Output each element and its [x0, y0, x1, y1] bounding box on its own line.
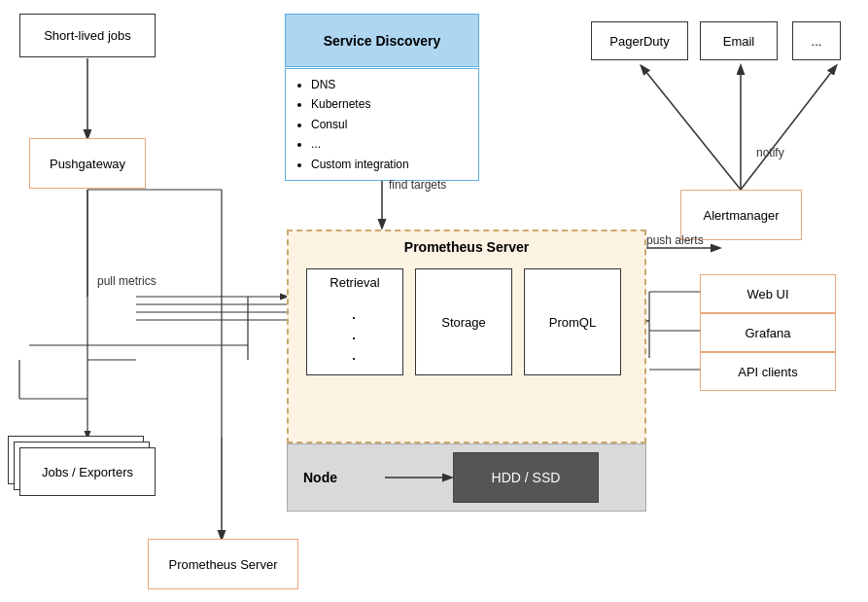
email-box: Email [700, 21, 778, 60]
find-targets-label: find targets [389, 178, 446, 192]
architecture-diagram: Short-lived jobs Pushgateway Jobs / Expo… [0, 0, 868, 602]
sd-item-ellipsis: ... [311, 134, 469, 154]
pagerduty-label: PagerDuty [609, 34, 669, 49]
pagerduty-box: PagerDuty [591, 21, 688, 60]
short-lived-jobs-label: Short-lived jobs [44, 28, 131, 43]
storage-label: Storage [441, 315, 486, 330]
svg-line-24 [642, 66, 741, 190]
service-discovery-list: DNS Kubernetes Consul ... Custom integra… [285, 68, 479, 181]
storage-box: Storage [415, 268, 512, 375]
web-ui-label: Web UI [746, 287, 788, 301]
promql-box: PromQL [524, 268, 621, 375]
web-ui-box: Web UI [700, 274, 836, 313]
retrieval-label: Retrieval [330, 275, 379, 290]
prometheus-server-container: Prometheus Server Retrieval ··· Storage … [287, 230, 646, 443]
node-label: Node [303, 470, 337, 485]
service-discovery-box: Service Discovery [285, 14, 479, 67]
prometheus-server-bottom-box: Prometheus Server [148, 539, 298, 589]
alertmanager-label: Alertmanager [703, 208, 779, 223]
service-discovery-title: Service Discovery [324, 33, 441, 49]
sd-item-consul: Consul [311, 115, 469, 134]
pushgateway-box: Pushgateway [29, 138, 146, 189]
sd-item-custom: Custom integration [311, 155, 469, 174]
email-label: Email [723, 34, 755, 49]
sd-item-dns: DNS [311, 75, 469, 94]
sd-item-k8s: Kubernetes [311, 94, 469, 114]
grafana-box: Grafana [700, 313, 836, 352]
pushgateway-label: Pushgateway [50, 157, 125, 171]
push-alerts-label: push alerts [646, 233, 704, 247]
promql-label: PromQL [549, 315, 596, 330]
svg-line-26 [741, 66, 836, 190]
short-lived-jobs-box: Short-lived jobs [19, 14, 156, 57]
hdd-ssd-box: HDD / SSD [453, 452, 599, 503]
api-clients-label: API clients [738, 365, 797, 379]
jobs-exporters-box1: Jobs / Exporters [19, 447, 156, 496]
hdd-ssd-label: HDD / SSD [492, 470, 561, 485]
node-container: Node HDD / SSD [287, 443, 646, 512]
pull-metrics-label: pull metrics [97, 274, 156, 288]
prometheus-server-bottom-label: Prometheus Server [169, 557, 278, 572]
ellipsis-label: ... [812, 34, 822, 49]
prometheus-server-title: Prometheus Server [404, 239, 529, 255]
jobs-exporters-label: Jobs / Exporters [42, 465, 133, 479]
retrieval-box: Retrieval ··· [306, 268, 403, 375]
notify-label: notify [756, 146, 784, 159]
api-clients-box: API clients [700, 352, 836, 391]
ellipsis-box: ... [792, 21, 841, 60]
grafana-label: Grafana [746, 326, 791, 340]
